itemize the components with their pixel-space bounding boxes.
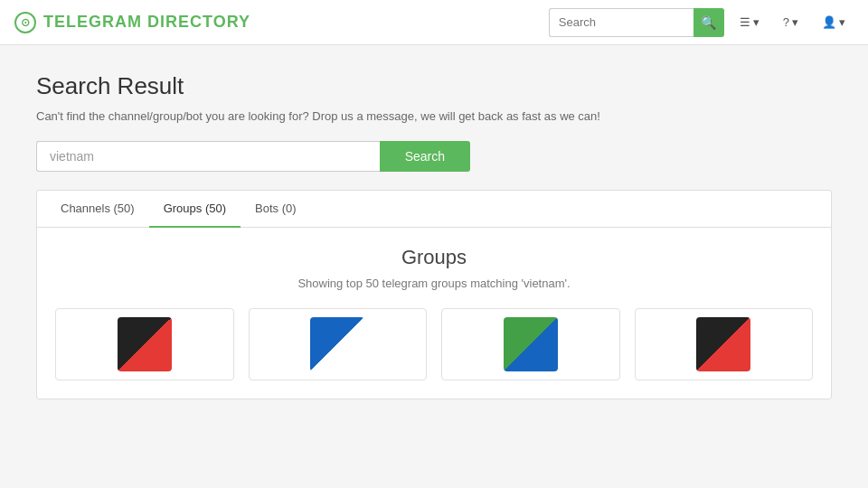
- help-chevron-icon: ▾: [792, 15, 798, 29]
- card-3[interactable]: [441, 308, 620, 380]
- tab-content: Groups Showing top 50 telegram groups ma…: [37, 228, 831, 399]
- nav-user-button[interactable]: 👤 ▾: [814, 10, 854, 34]
- page-title: Search Result: [36, 72, 832, 100]
- search-icon: 🔍: [701, 15, 716, 30]
- navbar-right: 🔍 ☰ ▾ ? ▾ 👤 ▾: [549, 8, 854, 37]
- menu-icon: ☰: [740, 15, 750, 29]
- brand-logo[interactable]: ⊙ TELEGRAM DIRECTORY: [14, 12, 250, 33]
- main-content: Search Result Can't find the channel/gro…: [18, 72, 850, 399]
- card-4[interactable]: [635, 308, 814, 380]
- navbar-search-button[interactable]: 🔍: [693, 8, 724, 37]
- card-thumb-4: [696, 317, 750, 371]
- navbar: ⊙ TELEGRAM DIRECTORY 🔍 ☰ ▾ ? ▾ 👤 ▾: [0, 0, 868, 45]
- brand-title: TELEGRAM DIRECTORY: [43, 13, 250, 32]
- tab-bots[interactable]: Bots (0): [241, 191, 311, 228]
- brand-icon: ⊙: [14, 12, 36, 33]
- nav-menu-button[interactable]: ☰ ▾: [731, 10, 768, 34]
- navbar-search-group: 🔍: [549, 8, 724, 37]
- nav-help-button[interactable]: ? ▾: [775, 10, 807, 34]
- tabs-panel: Channels (50) Groups (50) Bots (0) Group…: [36, 190, 832, 399]
- search-button[interactable]: Search: [380, 141, 470, 172]
- groups-title: Groups: [55, 246, 813, 269]
- user-chevron-icon: ▾: [839, 15, 845, 29]
- subtitle-text: Can't find the channel/group/bot you are…: [36, 109, 832, 123]
- groups-subtitle: Showing top 50 telegram groups matching …: [55, 277, 813, 290]
- card-thumb-1: [118, 317, 172, 371]
- tab-channels[interactable]: Channels (50): [46, 191, 149, 228]
- menu-chevron-icon: ▾: [753, 15, 760, 29]
- tab-groups[interactable]: Groups (50): [149, 191, 241, 228]
- search-input[interactable]: [36, 141, 380, 172]
- navbar-search-input[interactable]: [549, 8, 693, 37]
- tabs-header: Channels (50) Groups (50) Bots (0): [37, 191, 831, 228]
- search-bar: Search: [36, 141, 470, 172]
- card-2[interactable]: [249, 308, 428, 380]
- card-thumb-3: [504, 317, 558, 371]
- cards-grid: [55, 308, 813, 380]
- card-thumb-2: [310, 317, 364, 371]
- help-icon: ?: [783, 15, 789, 29]
- user-icon: 👤: [822, 15, 836, 29]
- card-1[interactable]: [55, 308, 234, 380]
